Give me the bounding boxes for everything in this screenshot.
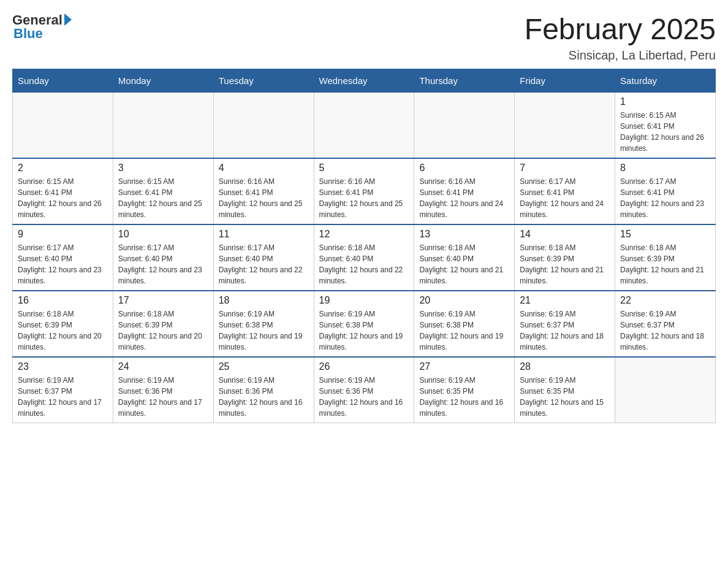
day-number: 1 bbox=[620, 96, 710, 107]
logo-arrow-icon bbox=[64, 13, 72, 26]
day-info: Sunrise: 6:17 AMSunset: 6:40 PMDaylight:… bbox=[219, 242, 309, 286]
day-info: Sunrise: 6:18 AMSunset: 6:39 PMDaylight:… bbox=[118, 308, 208, 353]
table-row: 24Sunrise: 6:19 AMSunset: 6:36 PMDayligh… bbox=[113, 357, 213, 423]
day-number: 4 bbox=[219, 163, 309, 174]
table-row bbox=[414, 93, 515, 159]
day-number: 23 bbox=[18, 361, 108, 372]
day-info: Sunrise: 6:19 AMSunset: 6:38 PMDaylight:… bbox=[219, 308, 309, 353]
day-number: 19 bbox=[319, 295, 409, 306]
table-row: 14Sunrise: 6:18 AMSunset: 6:39 PMDayligh… bbox=[515, 224, 615, 291]
table-row: 23Sunrise: 6:19 AMSunset: 6:37 PMDayligh… bbox=[13, 357, 113, 423]
table-row: 28Sunrise: 6:19 AMSunset: 6:35 PMDayligh… bbox=[515, 357, 615, 423]
table-row: 19Sunrise: 6:19 AMSunset: 6:38 PMDayligh… bbox=[314, 291, 414, 357]
day-info: Sunrise: 6:19 AMSunset: 6:36 PMDaylight:… bbox=[118, 375, 208, 419]
table-row bbox=[113, 93, 213, 159]
table-row: 15Sunrise: 6:18 AMSunset: 6:39 PMDayligh… bbox=[615, 224, 716, 291]
day-info: Sunrise: 6:15 AMSunset: 6:41 PMDaylight:… bbox=[118, 176, 208, 220]
day-info: Sunrise: 6:18 AMSunset: 6:39 PMDaylight:… bbox=[620, 242, 710, 286]
table-row bbox=[515, 93, 615, 159]
logo-blue-label: Blue bbox=[13, 26, 43, 42]
day-info: Sunrise: 6:19 AMSunset: 6:37 PMDaylight:… bbox=[520, 308, 610, 353]
day-info: Sunrise: 6:15 AMSunset: 6:41 PMDaylight:… bbox=[620, 110, 710, 154]
day-number: 16 bbox=[18, 295, 108, 306]
day-info: Sunrise: 6:19 AMSunset: 6:36 PMDaylight:… bbox=[319, 375, 409, 419]
table-row: 17Sunrise: 6:18 AMSunset: 6:39 PMDayligh… bbox=[113, 291, 213, 357]
day-number: 22 bbox=[620, 295, 710, 306]
day-number: 26 bbox=[319, 361, 409, 372]
col-monday: Monday bbox=[113, 69, 213, 93]
day-info: Sunrise: 6:19 AMSunset: 6:38 PMDaylight:… bbox=[319, 308, 409, 353]
table-row: 9Sunrise: 6:17 AMSunset: 6:40 PMDaylight… bbox=[13, 224, 113, 291]
day-number: 9 bbox=[18, 229, 108, 240]
col-friday: Friday bbox=[515, 69, 615, 93]
day-number: 18 bbox=[219, 295, 309, 306]
table-row: 22Sunrise: 6:19 AMSunset: 6:37 PMDayligh… bbox=[615, 291, 716, 357]
day-info: Sunrise: 6:19 AMSunset: 6:35 PMDaylight:… bbox=[520, 375, 610, 419]
table-row: 5Sunrise: 6:16 AMSunset: 6:41 PMDaylight… bbox=[314, 158, 414, 224]
table-row: 13Sunrise: 6:18 AMSunset: 6:40 PMDayligh… bbox=[414, 224, 515, 291]
day-info: Sunrise: 6:17 AMSunset: 6:41 PMDaylight:… bbox=[620, 176, 710, 220]
table-row: 11Sunrise: 6:17 AMSunset: 6:40 PMDayligh… bbox=[213, 224, 314, 291]
table-row: 27Sunrise: 6:19 AMSunset: 6:35 PMDayligh… bbox=[414, 357, 515, 423]
month-title: February 2025 bbox=[525, 12, 716, 46]
table-row: 10Sunrise: 6:17 AMSunset: 6:40 PMDayligh… bbox=[113, 224, 213, 291]
table-row: 12Sunrise: 6:18 AMSunset: 6:40 PMDayligh… bbox=[314, 224, 414, 291]
day-info: Sunrise: 6:19 AMSunset: 6:37 PMDaylight:… bbox=[620, 308, 710, 353]
day-number: 5 bbox=[319, 163, 409, 174]
calendar-week-row: 9Sunrise: 6:17 AMSunset: 6:40 PMDaylight… bbox=[13, 224, 716, 291]
day-number: 6 bbox=[419, 163, 509, 174]
day-number: 7 bbox=[520, 163, 610, 174]
day-number: 10 bbox=[118, 229, 208, 240]
location-subtitle: Sinsicap, La Libertad, Peru bbox=[525, 48, 716, 63]
day-number: 24 bbox=[118, 361, 208, 372]
calendar-week-row: 16Sunrise: 6:18 AMSunset: 6:39 PMDayligh… bbox=[13, 291, 716, 357]
day-number: 11 bbox=[219, 229, 309, 240]
day-info: Sunrise: 6:17 AMSunset: 6:40 PMDaylight:… bbox=[18, 242, 108, 286]
table-row: 4Sunrise: 6:16 AMSunset: 6:41 PMDaylight… bbox=[213, 158, 314, 224]
table-row: 2Sunrise: 6:15 AMSunset: 6:41 PMDaylight… bbox=[13, 158, 113, 224]
day-info: Sunrise: 6:16 AMSunset: 6:41 PMDaylight:… bbox=[319, 176, 409, 220]
day-info: Sunrise: 6:18 AMSunset: 6:39 PMDaylight:… bbox=[18, 308, 108, 353]
table-row: 3Sunrise: 6:15 AMSunset: 6:41 PMDaylight… bbox=[113, 158, 213, 224]
table-row bbox=[314, 93, 414, 159]
day-info: Sunrise: 6:17 AMSunset: 6:40 PMDaylight:… bbox=[118, 242, 208, 286]
day-info: Sunrise: 6:19 AMSunset: 6:35 PMDaylight:… bbox=[419, 375, 509, 419]
day-info: Sunrise: 6:18 AMSunset: 6:40 PMDaylight:… bbox=[319, 242, 409, 286]
table-row: 18Sunrise: 6:19 AMSunset: 6:38 PMDayligh… bbox=[213, 291, 314, 357]
calendar-table: Sunday Monday Tuesday Wednesday Thursday… bbox=[12, 69, 716, 423]
day-info: Sunrise: 6:16 AMSunset: 6:41 PMDaylight:… bbox=[219, 176, 309, 220]
col-tuesday: Tuesday bbox=[213, 69, 314, 93]
day-number: 17 bbox=[118, 295, 208, 306]
table-row: 20Sunrise: 6:19 AMSunset: 6:38 PMDayligh… bbox=[414, 291, 515, 357]
page-header: General Blue February 2025 Sinsicap, La … bbox=[12, 12, 716, 63]
day-number: 15 bbox=[620, 229, 710, 240]
calendar-week-row: 1Sunrise: 6:15 AMSunset: 6:41 PMDaylight… bbox=[13, 93, 716, 159]
col-thursday: Thursday bbox=[414, 69, 515, 93]
table-row bbox=[615, 357, 716, 423]
table-row bbox=[213, 93, 314, 159]
table-row: 8Sunrise: 6:17 AMSunset: 6:41 PMDaylight… bbox=[615, 158, 716, 224]
logo: General Blue bbox=[12, 12, 72, 42]
day-number: 25 bbox=[219, 361, 309, 372]
day-info: Sunrise: 6:19 AMSunset: 6:37 PMDaylight:… bbox=[18, 375, 108, 419]
day-number: 3 bbox=[118, 163, 208, 174]
title-area: February 2025 Sinsicap, La Libertad, Per… bbox=[525, 12, 716, 63]
day-number: 21 bbox=[520, 295, 610, 306]
table-row: 16Sunrise: 6:18 AMSunset: 6:39 PMDayligh… bbox=[13, 291, 113, 357]
day-number: 28 bbox=[520, 361, 610, 372]
col-sunday: Sunday bbox=[13, 69, 113, 93]
day-info: Sunrise: 6:17 AMSunset: 6:41 PMDaylight:… bbox=[520, 176, 610, 220]
table-row: 25Sunrise: 6:19 AMSunset: 6:36 PMDayligh… bbox=[213, 357, 314, 423]
day-info: Sunrise: 6:19 AMSunset: 6:38 PMDaylight:… bbox=[419, 308, 509, 353]
day-number: 14 bbox=[520, 229, 610, 240]
calendar-header-row: Sunday Monday Tuesday Wednesday Thursday… bbox=[13, 69, 716, 93]
day-number: 2 bbox=[18, 163, 108, 174]
col-wednesday: Wednesday bbox=[314, 69, 414, 93]
day-info: Sunrise: 6:18 AMSunset: 6:39 PMDaylight:… bbox=[520, 242, 610, 286]
day-info: Sunrise: 6:15 AMSunset: 6:41 PMDaylight:… bbox=[18, 176, 108, 220]
day-info: Sunrise: 6:16 AMSunset: 6:41 PMDaylight:… bbox=[419, 176, 509, 220]
day-number: 20 bbox=[419, 295, 509, 306]
calendar-week-row: 23Sunrise: 6:19 AMSunset: 6:37 PMDayligh… bbox=[13, 357, 716, 423]
day-number: 8 bbox=[620, 163, 710, 174]
day-info: Sunrise: 6:18 AMSunset: 6:40 PMDaylight:… bbox=[419, 242, 509, 286]
